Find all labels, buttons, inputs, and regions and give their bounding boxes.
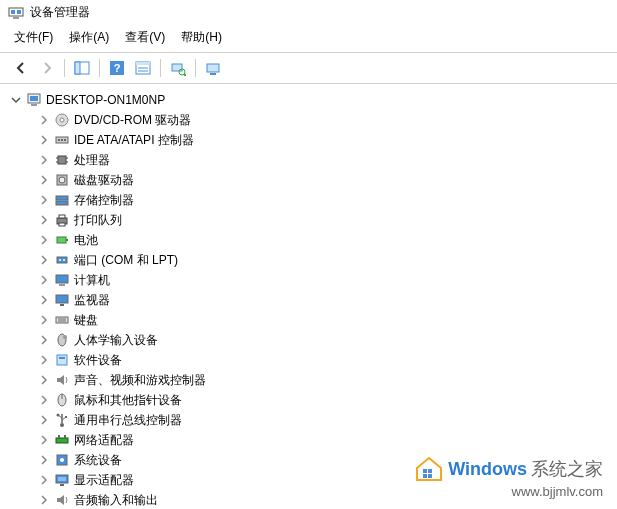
keyboard-icon [54, 312, 70, 328]
menu-help[interactable]: 帮助(H) [181, 29, 222, 46]
tree-item[interactable]: 电池 [10, 230, 607, 250]
tree-item[interactable]: 键盘 [10, 310, 607, 330]
svg-line-14 [184, 74, 186, 76]
tree-item[interactable]: 鼠标和其他指针设备 [10, 390, 607, 410]
chevron-right-icon[interactable] [38, 214, 50, 226]
disk-icon [54, 172, 70, 188]
tree-item[interactable]: 计算机 [10, 270, 607, 290]
tree-item[interactable]: 声音、视频和游戏控制器 [10, 370, 607, 390]
tree-item-label: 鼠标和其他指针设备 [74, 392, 182, 409]
chevron-right-icon[interactable] [38, 294, 50, 306]
svg-rect-25 [64, 139, 66, 141]
svg-rect-52 [57, 355, 67, 365]
chevron-right-icon[interactable] [38, 474, 50, 486]
forward-button[interactable] [36, 57, 58, 79]
software-icon [54, 352, 70, 368]
system-icon [54, 452, 70, 468]
monitor-icon [54, 292, 70, 308]
svg-rect-68 [58, 477, 66, 481]
tree-item-label: 人体学输入设备 [74, 332, 158, 349]
chevron-right-icon[interactable] [38, 154, 50, 166]
tree-item[interactable]: 软件设备 [10, 350, 607, 370]
chevron-right-icon[interactable] [38, 374, 50, 386]
help-button[interactable]: ? [106, 57, 128, 79]
svg-rect-5 [75, 62, 80, 74]
svg-rect-39 [66, 239, 68, 241]
chevron-down-icon[interactable] [10, 94, 22, 106]
svg-point-60 [57, 414, 60, 417]
menu-view[interactable]: 查看(V) [125, 29, 165, 46]
chevron-right-icon[interactable] [38, 494, 50, 506]
svg-rect-64 [64, 435, 66, 438]
properties-button[interactable] [132, 57, 154, 79]
chevron-right-icon[interactable] [38, 114, 50, 126]
back-button[interactable] [10, 57, 32, 79]
show-panel-button[interactable] [71, 57, 93, 79]
tree-root[interactable]: DESKTOP-ON1M0NP [10, 90, 607, 110]
toolbar-separator [64, 59, 65, 77]
chevron-right-icon[interactable] [38, 454, 50, 466]
chevron-right-icon[interactable] [38, 314, 50, 326]
title-bar: 设备管理器 [0, 0, 617, 25]
svg-rect-26 [58, 156, 66, 164]
tree-item-label: 计算机 [74, 272, 110, 289]
chevron-right-icon[interactable] [38, 274, 50, 286]
tree-item[interactable]: IDE ATA/ATAPI 控制器 [10, 130, 607, 150]
tree-item[interactable]: DVD/CD-ROM 驱动器 [10, 110, 607, 130]
chevron-right-icon[interactable] [38, 194, 50, 206]
chevron-right-icon[interactable] [38, 254, 50, 266]
tree-item[interactable]: 通用串行总线控制器 [10, 410, 607, 430]
svg-point-42 [63, 259, 65, 261]
svg-point-21 [60, 118, 64, 122]
tree-item[interactable]: 处理器 [10, 150, 607, 170]
menu-action[interactable]: 操作(A) [69, 29, 109, 46]
tree-item-label: 端口 (COM 和 LPT) [74, 252, 178, 269]
toolbar-separator [195, 59, 196, 77]
svg-rect-47 [56, 317, 68, 323]
tree-item[interactable]: 存储控制器 [10, 190, 607, 210]
chevron-right-icon[interactable] [38, 134, 50, 146]
show-hidden-button[interactable] [202, 57, 224, 79]
tree-item-label: 电池 [74, 232, 98, 249]
tree-item[interactable]: 网络适配器 [10, 430, 607, 450]
menu-file[interactable]: 文件(F) [14, 29, 53, 46]
chevron-right-icon[interactable] [38, 234, 50, 246]
svg-rect-71 [428, 469, 432, 473]
tree-item[interactable]: 监视器 [10, 290, 607, 310]
house-icon [414, 456, 444, 482]
computer-icon [26, 92, 42, 108]
chevron-right-icon[interactable] [38, 334, 50, 346]
chevron-right-icon[interactable] [38, 174, 50, 186]
scan-hardware-button[interactable] [167, 57, 189, 79]
watermark: Windows 系统之家 www.bjjmlv.com [414, 456, 603, 499]
display-icon [54, 472, 70, 488]
mouse-icon [54, 392, 70, 408]
svg-rect-63 [58, 435, 60, 438]
tree-item-label: 存储控制器 [74, 192, 134, 209]
svg-point-51 [63, 335, 67, 339]
tree-item[interactable]: 打印队列 [10, 210, 607, 230]
svg-rect-46 [60, 304, 64, 306]
chevron-right-icon[interactable] [38, 414, 50, 426]
tree-item-label: 系统设备 [74, 452, 122, 469]
svg-point-66 [60, 458, 64, 462]
tree-item-label: 软件设备 [74, 352, 122, 369]
printer-icon [54, 212, 70, 228]
tree-item-label: 显示适配器 [74, 472, 134, 489]
svg-rect-53 [59, 357, 65, 359]
chevron-right-icon[interactable] [38, 434, 50, 446]
svg-rect-34 [56, 201, 68, 205]
tree-item-label: 声音、视频和游戏控制器 [74, 372, 206, 389]
tree-item-label: 监视器 [74, 292, 110, 309]
tree-item[interactable]: 人体学输入设备 [10, 330, 607, 350]
tree-item[interactable]: 端口 (COM 和 LPT) [10, 250, 607, 270]
tree-item-label: IDE ATA/ATAPI 控制器 [74, 132, 194, 149]
svg-point-41 [59, 259, 61, 261]
svg-rect-69 [60, 484, 64, 486]
menu-bar: 文件(F) 操作(A) 查看(V) 帮助(H) [0, 25, 617, 52]
tree-item-label: 通用串行总线控制器 [74, 412, 182, 429]
chevron-right-icon[interactable] [38, 354, 50, 366]
chevron-right-icon[interactable] [38, 394, 50, 406]
tree-item[interactable]: 磁盘驱动器 [10, 170, 607, 190]
disc-icon [54, 112, 70, 128]
